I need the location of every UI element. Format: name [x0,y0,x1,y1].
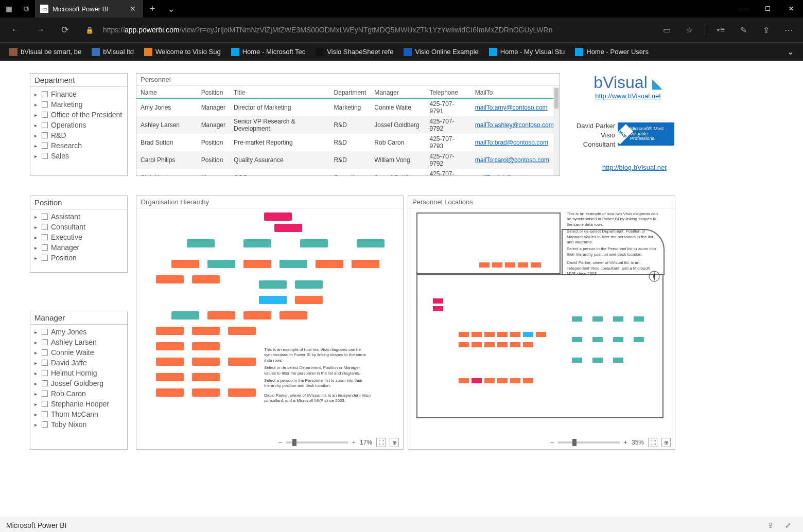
new-tab-button[interactable]: + [143,0,162,17]
checkbox[interactable] [42,380,48,386]
slicer-item[interactable]: ▸Thom McCann [30,409,127,419]
tab-preview-button[interactable]: ⧉ [18,0,35,17]
zoom-in-button[interactable]: + [352,439,356,446]
slicer-item[interactable]: ▸Stephanie Hooper [30,399,127,409]
pan-button[interactable]: ⊕ [390,438,399,447]
favorite-link[interactable]: Home - My Visual Stu [484,43,570,61]
checkbox[interactable] [42,122,48,128]
back-button[interactable]: ← [4,20,27,40]
column-header[interactable]: MailTo [471,87,560,99]
zoom-in-button[interactable]: + [624,439,627,446]
checkbox[interactable] [42,244,48,251]
close-tab-icon[interactable]: ✕ [128,5,138,13]
slicer-item[interactable]: ▸Helmut Hornig [30,368,127,378]
slicer-item[interactable]: ▸Amy Jones [30,327,127,337]
favorite-link[interactable]: Home - Power Users [570,43,654,61]
slicer-item[interactable]: ▸R&D [30,130,127,140]
more-button[interactable]: ⋯ [778,20,799,40]
checkbox[interactable] [42,132,48,138]
close-window-button[interactable]: ✕ [779,0,803,17]
url-field[interactable]: https://app.powerbi.com/view?r=eyJrIjoiM… [103,26,654,34]
table-row[interactable]: Amy JonesManagerDirector of MarketingMar… [136,99,560,117]
table-row[interactable]: Ashley LarsenManagerSenior VP Research &… [136,116,560,134]
favorite-link[interactable]: bVisual be smart, be [4,43,86,61]
checkbox[interactable] [42,91,48,97]
share-report-button[interactable]: ⇪ [762,521,779,529]
slicer-item[interactable]: ▸Sales [30,151,127,161]
fit-page-button[interactable]: ⛶ [648,438,657,447]
slicer-item[interactable]: ▸Operations [30,120,127,130]
visio-diagram-floorplan[interactable]: This is an example of how two Visio diag… [412,208,671,433]
brand-site-link[interactable]: http://www.bVisual.net [582,92,674,100]
browser-tab[interactable]: ▭ Microsoft Power BI ✕ [35,0,143,17]
slicer-item[interactable]: ▸Ashley Larsen [30,337,127,347]
checkbox[interactable] [42,370,48,376]
cell-mailto-link[interactable]: mailTo:carol@contoso.com [475,156,549,164]
slicer-item[interactable]: ▸Toby Nixon [30,419,127,430]
tab-dropdown-button[interactable]: ⌄ [162,0,180,17]
checkbox[interactable] [42,214,48,220]
slicer-item[interactable]: ▸Research [30,140,127,151]
checkbox[interactable] [42,224,48,230]
slicer-position[interactable]: Position ▸Assistant▸Consultant▸Executive… [30,196,128,273]
zoom-slider[interactable] [558,441,620,444]
favorite-link[interactable]: Visio ShapeSheet refe [310,43,398,61]
checkbox[interactable] [42,234,48,240]
column-header[interactable]: Manager [370,87,425,99]
favorites-list-button[interactable]: ⭒≡ [710,20,731,40]
zoom-slider[interactable] [286,441,348,444]
slicer-item[interactable]: ▸Executive [30,232,127,242]
favorite-link[interactable]: bVisual ltd [86,43,139,61]
checkbox[interactable] [42,360,48,366]
favorites-overflow-button[interactable]: ⌄ [782,43,799,61]
table-row[interactable]: Carol PhilipsPositionQuality AssuranceR&… [136,151,560,169]
favorite-link[interactable]: Welcome to Visio Sug [139,43,226,61]
favorite-button[interactable]: ☆ [679,20,700,40]
cell-mailto-link[interactable]: mailTo:clair@contoso.com [475,174,547,175]
fit-page-button[interactable]: ⛶ [376,438,386,447]
tab-actions-button[interactable]: ▥ [0,0,18,17]
zoom-out-button[interactable]: − [550,439,554,446]
checkbox[interactable] [42,391,48,397]
share-button[interactable]: ⇪ [756,20,776,40]
notes-button[interactable]: ✎ [733,20,754,40]
column-header[interactable]: Department [330,87,371,99]
cell-mailto-link[interactable]: mailTo:ashley@contoso.com [475,121,554,129]
maximize-button[interactable]: ☐ [756,0,779,17]
visio-diagram-org[interactable]: This is an example of how two Visio diag… [141,208,399,433]
reading-view-button[interactable]: ▭ [656,20,677,40]
checkbox[interactable] [42,401,48,407]
column-header[interactable]: Title [230,87,330,99]
checkbox[interactable] [42,329,48,335]
slicer-item[interactable]: ▸Marketing [30,99,127,110]
table-row[interactable]: Brad SuttonPositionPre-market ReportingR… [136,134,560,151]
slicer-item[interactable]: ▸Office of the President [30,110,127,120]
slicer-item[interactable]: ▸Assistant [30,211,127,222]
slicer-item[interactable]: ▸Finance [30,89,127,99]
checkbox[interactable] [42,421,48,428]
checkbox[interactable] [42,112,48,118]
checkbox[interactable] [42,101,48,108]
refresh-button[interactable]: ⟳ [54,20,76,40]
checkbox[interactable] [42,143,48,149]
blog-link[interactable]: http://blog.bVisual.net [602,164,667,171]
slicer-item[interactable]: ▸Manager [30,242,127,253]
column-header[interactable]: Telephone [426,87,471,99]
slicer-item[interactable]: ▸Consultant [30,222,127,232]
slicer-item[interactable]: ▸Position [30,253,127,263]
favorite-link[interactable]: Home - Microsoft Tec [226,43,311,61]
column-header[interactable]: Name [136,87,197,99]
slicer-manager[interactable]: Manager ▸Amy Jones▸Ashley Larsen▸Connie … [30,311,128,450]
checkbox[interactable] [42,349,48,356]
pan-button[interactable]: ⊕ [661,438,671,447]
scrollbar[interactable] [553,87,560,175]
personnel-table[interactable]: NamePositionTitleDepartmentManagerTeleph… [136,87,560,175]
fullscreen-button[interactable]: ⤢ [779,521,797,529]
slicer-item[interactable]: ▸David Jaffe [30,358,127,368]
cell-mailto-link[interactable]: mailTo:brad@contoso.com [475,139,548,146]
slicer-department[interactable]: Department ▸Finance▸Marketing▸Office of … [30,73,128,176]
checkbox[interactable] [42,153,48,159]
slicer-item[interactable]: ▸Jossef Goldberg [30,378,127,388]
slicer-item[interactable]: ▸Connie Waite [30,347,127,358]
checkbox[interactable] [42,411,48,417]
